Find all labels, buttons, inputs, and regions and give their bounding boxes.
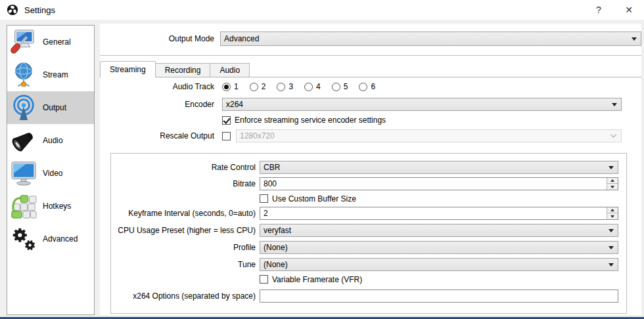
settings-category-list: General Stream Output [7,25,95,315]
encoder-settings-group: Rate Control CBR Bitrate [110,153,627,314]
rescale-output-checkbox[interactable] [222,132,231,140]
help-button[interactable]: ? [584,0,614,20]
x264-options-row: x264 Options (separated by space) [111,289,626,303]
general-tools-icon [9,27,38,57]
audio-track-row: Audio Track 1 2 3 4 5 6 [100,81,641,92]
audio-track-radio-5[interactable] [332,83,340,91]
dropdown-arrow-icon [632,37,637,41]
sidebar-item-label: Output [43,103,66,112]
separator [100,55,641,56]
settings-window: { "window": { "title": "Settings", "help… [0,0,644,319]
spin-down-icon [610,215,614,218]
cpu-preset-select[interactable]: veryfast [260,224,618,237]
spin-down-button[interactable] [607,184,618,190]
sidebar-item-stream[interactable]: Stream [7,58,94,91]
keyframe-interval-input[interactable] [260,207,618,220]
cpu-preset-row: CPU Usage Preset (higher = less CPU) ver… [111,224,626,237]
hotkeys-keyboard-icon [9,191,38,221]
dropdown-arrow-icon [609,263,614,266]
output-tab-bar: Streaming Recording Audio [100,61,641,77]
sidebar-item-label: Video [43,169,62,178]
output-mode-label: Output Mode [100,34,218,43]
output-mode-row: Output Mode Advanced [100,32,641,46]
bitrate-input[interactable] [260,177,618,190]
keyframe-interval-label: Keyframe Interval (seconds, 0=auto) [111,209,260,218]
audio-track-radio-3[interactable] [277,83,285,91]
x264-options-label: x264 Options (separated by space) [111,291,260,301]
video-monitor-icon [9,158,38,188]
cpu-preset-value: veryfast [264,226,291,235]
sidebar-item-label: Audio [43,136,63,145]
radio-label: 2 [262,82,266,91]
spin-up-button[interactable] [607,207,618,213]
spin-up-icon [610,209,614,211]
keyframe-interval-spinner [607,207,618,219]
radio-label: 5 [344,82,348,91]
profile-label: Profile [111,243,260,252]
profile-row: Profile (None) [111,241,626,254]
spin-up-button[interactable] [607,178,618,184]
cpu-preset-label: CPU Usage Preset (higher = less CPU) [111,226,260,235]
radio-label: 4 [316,82,321,91]
dropdown-arrow-icon [612,103,617,106]
tune-select[interactable]: (None) [260,258,618,271]
enforce-row: Enforce streaming service encoder settin… [100,116,641,125]
spin-up-icon [610,179,614,182]
dropdown-arrow-icon [609,166,614,169]
panel-right-margin [641,20,644,319]
sidebar-item-video[interactable]: Video [7,157,94,190]
rate-control-label: Rate Control [111,163,260,172]
stream-globe-icon [9,60,38,90]
output-settings-panel: Output Mode Advanced Streaming Recording… [100,24,641,315]
profile-select[interactable]: (None) [260,241,618,254]
audio-track-radio-2[interactable] [250,83,258,91]
audio-track-radio-6[interactable] [359,83,367,91]
rescale-resolution-value: 1280x720 [240,131,275,140]
bitrate-spinner [607,178,618,190]
tab-streaming[interactable]: Streaming [100,61,156,77]
enforce-encoder-settings-checkbox[interactable] [222,116,231,125]
sidebar-item-output[interactable]: Output [7,91,94,124]
radio-label: 1 [234,82,239,91]
keyframe-interval-row: Keyframe Interval (seconds, 0=auto) [111,207,626,220]
tab-recording[interactable]: Recording [155,63,211,77]
sidebar-item-audio[interactable]: Audio [7,124,94,157]
rescale-row: Rescale Output 1280x720 [100,129,641,142]
radio-label: 6 [371,82,375,91]
rate-control-select[interactable]: CBR [260,161,618,174]
window-title: Settings [24,5,55,15]
vfr-checkbox[interactable] [260,275,268,284]
vfr-label: Variable Framerate (VFR) [272,275,362,284]
dropdown-chevron-icon [610,132,617,138]
output-mode-value: Advanced [224,34,259,43]
spin-down-icon [610,186,614,188]
sidebar-item-hotkeys[interactable]: Hotkeys [7,190,94,223]
spin-down-button[interactable] [607,213,618,219]
sidebar-item-label: Advanced [43,234,78,244]
rescale-output-label: Rescale Output [100,131,218,140]
audio-track-label: Audio Track [100,82,218,91]
tab-audio[interactable]: Audio [210,63,250,77]
rescale-resolution-select[interactable]: 1280x720 [236,129,622,142]
rate-control-row: Rate Control CBR [111,161,626,174]
x264-options-input[interactable] [260,289,618,303]
audio-track-radio-1[interactable] [222,83,231,91]
dropdown-arrow-icon [609,229,614,232]
audio-track-radio-4[interactable] [304,83,313,91]
sidebar-item-label: Hotkeys [43,202,71,211]
encoder-label: Encoder [100,100,218,109]
custom-buffer-checkbox[interactable] [260,194,268,203]
output-mode-select[interactable]: Advanced [220,32,641,46]
custom-buffer-row: Use Custom Buffer Size [111,194,626,203]
rate-control-value: CBR [264,163,280,172]
tune-value: (None) [264,260,288,269]
advanced-gears-icon [9,224,38,254]
bitrate-label: Bitrate [111,179,260,188]
encoder-select[interactable]: x264 [222,98,622,111]
sidebar-item-advanced[interactable]: Advanced [7,223,94,255]
close-button[interactable]: ✕ [614,0,644,20]
obs-logo-icon [7,4,18,16]
sidebar-item-label: General [43,37,71,47]
tune-row: Tune (None) [111,258,626,271]
sidebar-item-general[interactable]: General [7,26,94,58]
